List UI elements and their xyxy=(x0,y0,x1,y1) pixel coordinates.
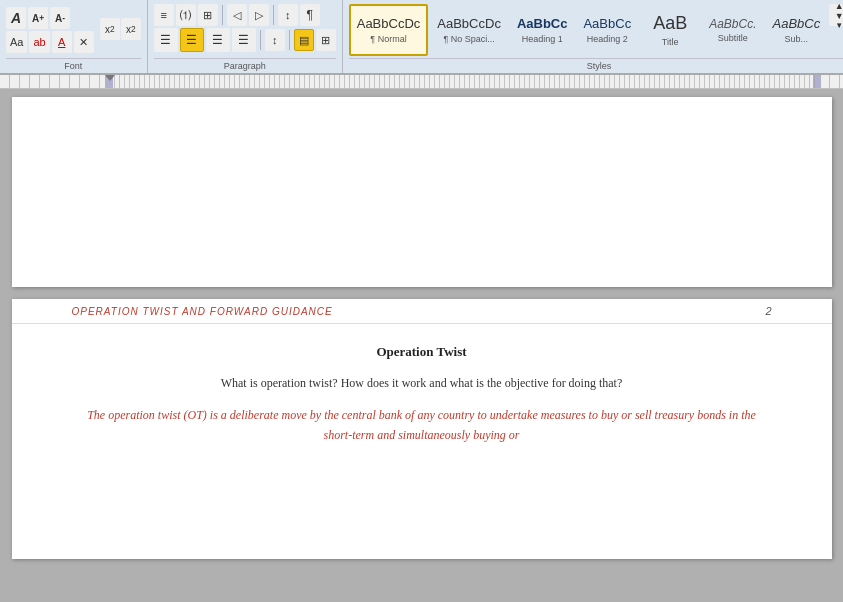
style-subtitle-btn[interactable]: AaBbCc. Subtitle xyxy=(702,4,763,56)
document-area: OPERATION TWIST AND FORWARD GUIDANCE 2 O… xyxy=(0,89,843,602)
change-case-btn[interactable]: Aa xyxy=(6,31,27,53)
styles-group: AaBbCcDc ¶ Normal AaBbCcDc ¶ No Spaci...… xyxy=(343,0,843,73)
ruler-ticks xyxy=(105,75,821,88)
style-heading1-btn[interactable]: AaBbCc Heading 1 xyxy=(510,4,575,56)
numbered-btn[interactable]: ⑴ xyxy=(176,4,196,26)
font-size-down-btn[interactable]: A- xyxy=(50,7,70,29)
style-title-label: Title xyxy=(662,37,679,47)
style-heading2-btn[interactable]: AaBbCc Heading 2 xyxy=(576,4,638,56)
style-heading2-preview: AaBbCc xyxy=(583,16,631,32)
style-nospacing-btn[interactable]: AaBbCcDc ¶ No Spaci... xyxy=(430,4,508,56)
paragraph-group-label: Paragraph xyxy=(154,58,336,71)
doc-question: What is operation twist? How does it wor… xyxy=(72,376,772,391)
style-nospacing-preview: AaBbCcDc xyxy=(437,16,501,32)
style-heading1-preview: AaBbCc xyxy=(517,16,568,32)
doc-body: The operation twist (OT) is a deliberate… xyxy=(72,405,772,446)
ribbon: A A+ A- Aa ab A ✕ x2 x2 xyxy=(0,0,843,75)
style-heading2-label: Heading 2 xyxy=(587,34,628,44)
align-right-btn[interactable]: ☰ xyxy=(206,28,230,52)
align-center-btn[interactable]: ☰ xyxy=(180,28,204,52)
page-2: OPERATION TWIST AND FORWARD GUIDANCE 2 O… xyxy=(12,299,832,559)
page-header-title: OPERATION TWIST AND FORWARD GUIDANCE xyxy=(72,306,333,317)
ruler xyxy=(0,75,843,89)
style-normal-label: ¶ Normal xyxy=(370,34,406,44)
clear-format-btn[interactable]: ✕ xyxy=(74,31,94,53)
page-1-content xyxy=(12,97,832,157)
multilevel-btn[interactable]: ⊞ xyxy=(198,4,218,26)
shading-btn[interactable]: ▤ xyxy=(294,29,314,51)
style-heading1-label: Heading 1 xyxy=(522,34,563,44)
style-subtitle-preview: AaBbCc. xyxy=(709,17,756,31)
page-1 xyxy=(12,97,832,287)
style-title-preview: AaB xyxy=(653,13,687,35)
font-group-label: Font xyxy=(6,58,141,71)
font-group: A A+ A- Aa ab A ✕ x2 x2 xyxy=(0,0,148,73)
highlight-btn[interactable]: ab xyxy=(29,31,49,53)
superscript-btn[interactable]: x2 xyxy=(100,18,120,40)
style-sub-label: Sub... xyxy=(785,34,809,44)
page-2-header: OPERATION TWIST AND FORWARD GUIDANCE 2 xyxy=(12,299,832,324)
font-color-btn[interactable]: A xyxy=(52,31,72,53)
doc-heading: Operation Twist xyxy=(72,344,772,360)
page-number: 2 xyxy=(765,305,771,317)
style-sub-btn[interactable]: AaBbCc Sub... xyxy=(766,4,828,56)
style-normal-btn[interactable]: AaBbCcDc ¶ Normal xyxy=(349,4,429,56)
style-subtitle-label: Subtitle xyxy=(718,33,748,43)
more-styles-btn[interactable]: ▲ ▼ ▼ xyxy=(829,4,843,26)
font-size-up-btn[interactable]: A+ xyxy=(28,7,48,29)
justify-btn[interactable]: ☰ xyxy=(232,28,256,52)
bullets-btn[interactable]: ≡ xyxy=(154,4,174,26)
increase-indent-btn[interactable]: ▷ xyxy=(249,4,269,26)
align-left-btn[interactable]: ☰ xyxy=(154,28,178,52)
styles-group-label: Styles xyxy=(349,58,843,71)
sort-btn[interactable]: ↕ xyxy=(278,4,298,26)
subscript-btn[interactable]: x2 xyxy=(121,18,141,40)
paragraph-group: ≡ ⑴ ⊞ ◁ ▷ ↕ ¶ ☰ ☰ ☰ ☰ ↕ xyxy=(148,0,343,73)
decrease-indent-btn[interactable]: ◁ xyxy=(227,4,247,26)
para-mark-btn[interactable]: ¶ xyxy=(300,4,320,26)
style-title-btn[interactable]: AaB Title xyxy=(640,4,700,56)
page-2-content[interactable]: Operation Twist What is operation twist?… xyxy=(12,324,832,476)
line-spacing-btn[interactable]: ↕ xyxy=(265,29,285,51)
style-nospacing-label: ¶ No Spaci... xyxy=(443,34,494,44)
style-sub-preview: AaBbCc xyxy=(773,16,821,32)
font-italic-btn[interactable]: A xyxy=(6,7,26,29)
style-normal-preview: AaBbCcDc xyxy=(357,16,421,32)
borders-btn[interactable]: ⊞ xyxy=(316,29,336,51)
